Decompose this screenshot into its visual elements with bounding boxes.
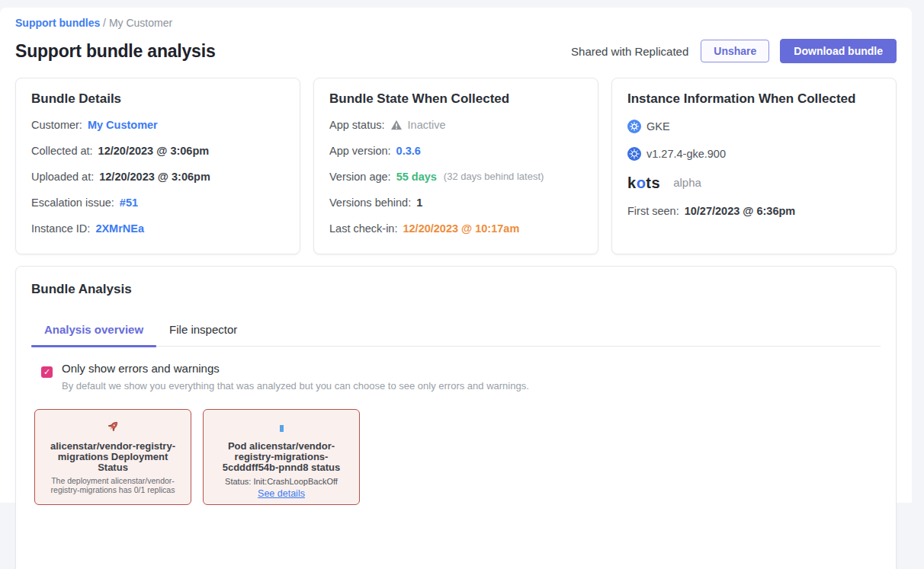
result-title: alicenstar/vendor-registry-migrations De… [43,441,183,473]
instance-info-title: Instance Information When Collected [627,91,881,107]
versions-behind-value: 1 [416,195,422,210]
analysis-tabs: Analysis overview File inspector [31,315,881,347]
first-seen-value: 10/27/2023 @ 6:36pm [685,203,796,219]
first-seen-label: First seen: [627,203,679,219]
instance-id-label: Instance ID: [31,221,90,236]
gke-distribution-icon [627,120,641,133]
errors-filter-checkbox[interactable]: ✓ [41,366,53,378]
tab-file-inspector[interactable]: File inspector [156,315,250,346]
distribution-value: GKE [646,119,670,134]
kubernetes-version-icon [627,147,641,161]
analyzer-result-card-pod[interactable]: Pod alicenstar/vendor-registry-migration… [203,409,360,505]
errors-filter-description: By default we show you everything that w… [62,380,529,392]
main-panel: Support bundles / My Customer Support bu… [0,8,912,503]
version-age-value: 55 days [396,169,437,184]
bundle-analysis-title: Bundle Analysis [16,267,896,297]
errors-filter-row: ✓ Only show errors and warnings By defau… [41,362,881,392]
bundle-state-card: Bundle State When Collected App status: … [313,78,598,254]
unshare-button[interactable]: Unshare [701,40,769,62]
customer-label: Customer: [31,117,82,133]
pod-icon [280,425,284,432]
warning-icon [390,120,403,130]
instance-info-card: Instance Information When Collected GKE … [611,78,897,254]
bundle-analysis-card: Bundle Analysis Analysis overview File i… [15,266,897,569]
k8s-version-value: v1.27.4-gke.900 [646,146,726,161]
bundle-details-card: Bundle Details Customer: My Customer Col… [15,78,300,254]
escalation-issue-label: Escalation issue: [31,195,114,210]
last-checkin-value: 12/20/2023 @ 10:17am [403,221,519,236]
customer-link[interactable]: My Customer [88,117,158,133]
result-title: Pod alicenstar/vendor-registry-migration… [211,441,351,473]
app-status-label: App status: [329,117,385,133]
version-age-note: (32 days behind latest) [444,169,544,184]
result-status: Status: Init:CrashLoopBackOff [211,477,351,486]
bundle-state-title: Bundle State When Collected [329,91,582,107]
breadcrumb-separator: / [103,17,109,29]
breadcrumb-current: My Customer [109,17,172,29]
kots-channel-label: alpha [673,175,701,190]
breadcrumb: Support bundles / My Customer [0,8,912,29]
tab-analysis-overview[interactable]: Analysis overview [31,315,156,346]
shared-status-text: Shared with Replicated [571,45,688,58]
uploaded-at-value: 12/20/2023 @ 3:06pm [99,169,210,184]
app-status-value: Inactive [408,117,446,133]
uploaded-at-label: Uploaded at: [31,169,94,184]
analyzer-result-card-deployment[interactable]: alicenstar/vendor-registry-migrations De… [34,409,191,505]
rocket-icon [106,420,120,436]
last-checkin-label: Last check-in: [329,221,397,236]
versions-behind-label: Versions behind: [329,195,411,210]
result-message: The deployment alicenstar/vendor-registr… [43,477,183,494]
breadcrumb-support-bundles-link[interactable]: Support bundles [15,17,100,29]
bundle-details-title: Bundle Details [31,91,284,107]
summary-cards-row: Bundle Details Customer: My Customer Col… [0,78,912,254]
header-actions: Shared with Replicated Unshare Download … [571,39,897,63]
page-header: Support bundle analysis Shared with Repl… [0,39,912,63]
escalation-issue-link[interactable]: #51 [120,195,138,210]
collected-at-value: 12/20/2023 @ 3:06pm [98,143,210,158]
collected-at-label: Collected at: [31,143,93,158]
download-bundle-button[interactable]: Download bundle [780,39,897,63]
app-version-link[interactable]: 0.3.6 [396,143,421,158]
errors-filter-label: Only show errors and warnings [62,362,529,375]
app-version-label: App version: [329,143,391,158]
kots-logo: kots [627,175,660,190]
see-details-link[interactable]: See details [258,488,305,499]
page-title: Support bundle analysis [15,41,216,62]
version-age-label: Version age: [329,169,391,184]
analyzer-results: alicenstar/vendor-registry-migrations De… [34,409,881,505]
instance-id-link[interactable]: 2XMrNEa [95,221,144,236]
